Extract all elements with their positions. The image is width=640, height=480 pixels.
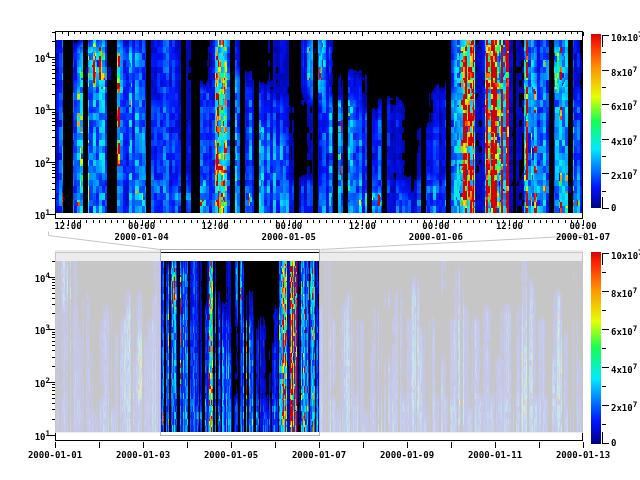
x-minor-tick (276, 220, 277, 223)
x-minor-tick-top (148, 32, 149, 34)
x-minor-tick (393, 220, 394, 223)
x-minor-tick (485, 220, 486, 223)
x-minor-tick-top (295, 32, 296, 34)
x-major-tick (275, 442, 276, 448)
x-minor-tick-top (172, 32, 173, 34)
x-minor-tick (448, 220, 449, 223)
x-tick-label: 2000-01-07 (292, 450, 346, 460)
y-minor-tick (52, 288, 55, 289)
colorbar-minor-tick (602, 122, 606, 123)
x-minor-tick (387, 220, 388, 223)
x-minor-tick-top (399, 32, 400, 34)
x-minor-tick (338, 220, 339, 223)
x-tick-label: 12:00 (202, 221, 229, 231)
x-minor-tick-top (209, 32, 210, 34)
x-minor-tick-top (344, 32, 345, 34)
x-minor-tick (577, 220, 578, 223)
x-minor-tick (516, 220, 517, 223)
context-fade-left[interactable] (55, 250, 160, 433)
y-tick-label: 101 (20, 208, 50, 221)
x-minor-tick-top (111, 32, 112, 34)
colorbar-minor-tick (602, 52, 606, 53)
y-minor-tick (52, 419, 55, 420)
x-minor-tick-top (405, 32, 406, 34)
colorbar-tick-label: 10x107 (611, 248, 640, 261)
x-minor-tick-top (258, 32, 259, 34)
selection-window[interactable] (160, 249, 320, 436)
y-minor-tick (52, 313, 55, 314)
x-major-tick (231, 442, 232, 448)
colorbar-tick-label: 8x107 (611, 286, 637, 299)
x-minor-tick (313, 220, 314, 223)
x-minor-tick (111, 220, 112, 223)
x-minor-tick-top (368, 32, 369, 34)
y-minor-tick (52, 173, 55, 174)
x-minor-tick (295, 220, 296, 223)
colorbar-tick-label: 10x107 (611, 30, 640, 43)
y-minor-tick (52, 118, 55, 119)
x-minor-tick (558, 220, 559, 223)
x-minor-tick (460, 220, 461, 223)
x-minor-tick (252, 220, 253, 223)
x-minor-tick (565, 220, 566, 223)
x-minor-tick (571, 220, 572, 223)
y-minor-tick (52, 398, 55, 399)
y-minor-tick (52, 345, 55, 346)
x-minor-tick-top (326, 32, 327, 34)
x-minor-tick-top (350, 32, 351, 34)
colorbar-major-tick (602, 291, 609, 292)
y-minor-tick (52, 94, 55, 95)
x-minor-tick (344, 220, 345, 223)
detail-colorbar (591, 34, 601, 208)
x-minor-tick (93, 220, 94, 223)
x-minor-tick (154, 220, 155, 223)
x-minor-tick-top (166, 32, 167, 34)
y-minor-tick (52, 282, 55, 283)
x-minor-tick (99, 220, 100, 223)
y-minor-tick (52, 409, 55, 410)
x-minor-tick (105, 220, 106, 223)
x-minor-tick-top (577, 32, 578, 34)
colorbar-axis-stub (602, 253, 603, 265)
y-minor-tick (52, 73, 55, 74)
x-minor-tick (307, 220, 308, 223)
y-minor-tick (52, 130, 55, 131)
x-minor-tick-top (123, 32, 124, 34)
x-tick-label: 2000-01-09 (380, 450, 434, 460)
y-minor-tick (52, 137, 55, 138)
x-minor-tick-top (283, 32, 284, 34)
x-minor-tick (473, 220, 474, 223)
x-minor-tick-top (313, 32, 314, 34)
y-minor-tick (52, 198, 55, 199)
x-minor-tick-top (552, 32, 553, 34)
context-fade-right[interactable] (320, 250, 583, 433)
x-minor-tick-top (203, 32, 204, 34)
y-minor-tick (52, 350, 55, 351)
x-minor-tick-top (246, 32, 247, 34)
colorbar-minor-tick (602, 191, 606, 192)
colorbar-major-tick (602, 405, 609, 406)
colorbar-tick-label: 0 (611, 438, 616, 448)
y-minor-tick (52, 390, 55, 391)
y-tick-label: 104 (20, 51, 50, 64)
x-major-tick-top (436, 32, 437, 36)
x-tick-label: 12:00 (496, 221, 523, 231)
x-major-tick-top (215, 32, 216, 36)
y-minor-tick (52, 62, 55, 63)
y-minor-tick (52, 332, 55, 333)
context-colorbar (591, 252, 601, 444)
x-minor-tick-top (117, 32, 118, 34)
y-minor-tick (52, 334, 55, 335)
x-minor-tick-top (460, 32, 461, 34)
x-minor-tick-top (270, 32, 271, 34)
x-major-tick (187, 442, 188, 448)
x-minor-tick (197, 220, 198, 223)
x-tick-label: 2000-01-05 (204, 450, 258, 460)
colorbar-minor-tick (602, 310, 606, 311)
colorbar-minor-tick (602, 386, 606, 387)
y-minor-tick (52, 298, 55, 299)
date-label: 2000-01-05 (262, 232, 316, 242)
x-minor-tick (240, 220, 241, 223)
y-minor-tick (52, 41, 55, 42)
y-minor-tick (52, 387, 55, 388)
